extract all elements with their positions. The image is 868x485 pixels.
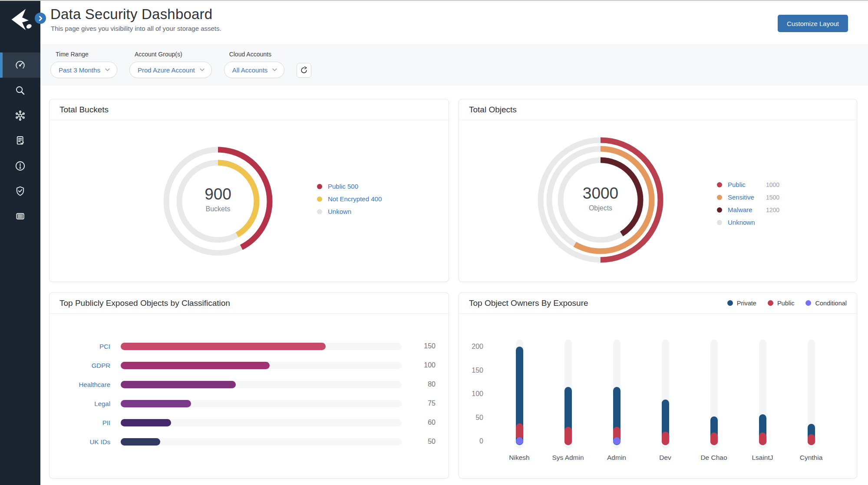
owner-label: De Chao [686, 454, 742, 462]
classification-bar[interactable] [121, 343, 326, 350]
sidebar-item-graph[interactable] [0, 103, 40, 128]
card-top-publicly-exposed: Top Publicly Exposed Objects by Classifi… [49, 292, 449, 478]
owners-legend-item-public[interactable]: Public [768, 300, 795, 307]
total-objects-count: 3000 [566, 184, 635, 203]
classification-label[interactable]: UK IDs [50, 438, 110, 446]
classification-bar[interactable] [121, 419, 171, 426]
legend-value: 1200 [766, 206, 779, 213]
refresh-button[interactable] [297, 63, 311, 78]
legend-label[interactable]: Not Encrypted 400 [328, 195, 382, 203]
owners-legend-item-conditional[interactable]: Conditional [805, 300, 847, 307]
storage-container-icon [14, 210, 26, 222]
legend-dot [317, 184, 322, 189]
classification-bar[interactable] [121, 381, 236, 388]
owner-label: Admin [588, 454, 645, 462]
network-graph-icon [14, 110, 26, 121]
classification-bar[interactable] [121, 438, 160, 446]
public-bar[interactable] [564, 427, 572, 445]
filter-select-time-range[interactable]: Past 3 Months [50, 62, 117, 78]
legend-dot [317, 197, 322, 202]
card-title-total-buckets: Total Buckets [50, 99, 449, 120]
legend-dot [717, 207, 722, 213]
page-header: Data Security Dashboard This page gives … [40, 1, 868, 44]
classification-row-legal: Legal75 [50, 394, 449, 413]
card-total-buckets: Total Buckets 900 Buckets Public 500Not … [49, 99, 449, 282]
public-bar[interactable] [808, 434, 815, 445]
owner-label: Nikesh [491, 454, 548, 462]
sidebar [0, 0, 40, 485]
filter-select-account-group-s[interactable]: Prod Azure Account [129, 62, 212, 78]
owner-label: Dev [637, 454, 693, 462]
card-total-objects: Total Objects 3000 Objects Public1000Sen… [459, 99, 857, 282]
legend-label: Conditional [815, 300, 847, 307]
conditional-dot[interactable] [613, 437, 620, 445]
public-bar[interactable] [662, 432, 669, 445]
total-buckets-count: 900 [183, 185, 253, 203]
legend-item-unkown: Unkown [317, 205, 382, 218]
conditional-dot[interactable] [516, 437, 523, 445]
bar-track [121, 419, 402, 426]
legend-label[interactable]: Public [728, 181, 766, 188]
filter-value-time-range: Past 3 Months [59, 66, 100, 74]
total-buckets-unit: Buckets [183, 205, 253, 213]
sidebar-item-search[interactable] [0, 78, 40, 103]
chevron-right-icon [38, 16, 43, 21]
classification-row-healthcare: Healthcare80 [50, 375, 449, 394]
legend-item-unknown: Unknown [717, 216, 779, 229]
filter-value-cloud-accounts: All Accounts [232, 66, 268, 74]
legend-dot [727, 300, 733, 306]
owner-label: Sys Admin [540, 454, 596, 462]
legend-label[interactable]: Unkown [328, 208, 351, 215]
bar-track [121, 438, 402, 446]
legend-dot [805, 300, 811, 306]
legend-label[interactable]: Sensitive [728, 193, 766, 201]
sidebar-item-policies[interactable] [0, 178, 40, 203]
card-title-total-objects: Total Objects [459, 99, 857, 120]
bar-track [121, 400, 402, 407]
total-buckets-legend: Public 500Not Encrypted 400Unkown [317, 180, 382, 218]
legend-dot [768, 300, 773, 306]
sidebar-item-storage[interactable] [0, 203, 40, 229]
classification-label[interactable]: PCI [50, 343, 110, 350]
window-top-border [0, 0, 868, 1]
report-check-icon [14, 135, 26, 147]
sidebar-item-dashboard[interactable] [0, 52, 40, 78]
classification-row-uk-ids: UK IDs50 [50, 432, 449, 451]
shield-check-icon [14, 185, 26, 197]
classification-row-pci: PCI150 [50, 337, 449, 356]
legend-dot [717, 220, 722, 225]
alert-circle-icon [14, 160, 26, 172]
total-objects-legend: Public1000Sensitive1500Malware1200Unknow… [717, 178, 779, 229]
legend-dot [717, 182, 722, 187]
legend-label[interactable]: Unknown [728, 219, 766, 226]
y-tick: 200 [466, 343, 483, 351]
app-logo[interactable] [7, 7, 33, 32]
classification-label[interactable]: GDPR [50, 362, 110, 369]
public-bar[interactable] [710, 433, 718, 445]
legend-item-sensitive: Sensitive1500 [717, 191, 779, 203]
card-top-object-owners: Top Object Owners By Exposure PrivatePub… [459, 292, 857, 478]
classification-bar[interactable] [121, 400, 191, 407]
search-icon [14, 85, 26, 96]
legend-label[interactable]: Malware [728, 206, 766, 213]
legend-dot [317, 209, 322, 214]
chevron-down-icon [272, 68, 277, 72]
filter-select-cloud-accounts[interactable]: All Accounts [224, 62, 285, 78]
classification-label[interactable]: Healthcare [50, 381, 110, 388]
sidebar-expand-button[interactable] [35, 13, 46, 24]
legend-item-public-500: Public 500 [317, 180, 382, 193]
public-bar[interactable] [759, 433, 766, 445]
legend-item-not-encrypted-400: Not Encrypted 400 [317, 193, 382, 205]
customize-layout-button[interactable]: Customize Layout [778, 15, 848, 32]
sidebar-item-alerts[interactable] [0, 153, 40, 178]
legend-label[interactable]: Public 500 [328, 183, 358, 190]
filter-label-cloud-accounts: Cloud Accounts [229, 51, 285, 58]
legend-value: 1500 [766, 194, 779, 201]
owner-label: Cynthia [783, 454, 839, 462]
sidebar-item-reports[interactable] [0, 128, 40, 153]
classification-bar[interactable] [121, 362, 270, 369]
classification-label[interactable]: Legal [50, 400, 110, 407]
classification-value: 80 [409, 380, 436, 388]
owners-legend-item-private[interactable]: Private [727, 300, 756, 307]
classification-label[interactable]: PII [50, 419, 110, 426]
